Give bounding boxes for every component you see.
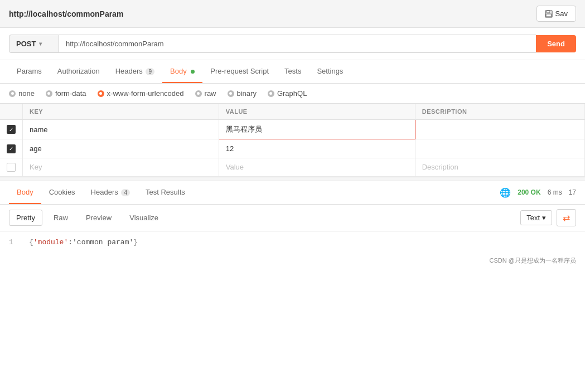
col-key: KEY (23, 104, 219, 120)
response-time: 6 ms (548, 188, 562, 196)
table-row: ✓ name 黑马程序员 (0, 120, 585, 139)
dropdown-chevron-icon: ▾ (542, 214, 546, 222)
row2-value[interactable]: 12 (219, 139, 415, 158)
headers-badge: 9 (146, 68, 154, 75)
tab-body[interactable]: Body (162, 60, 202, 83)
radio-form-data-circle (46, 90, 52, 97)
radio-binary-circle (228, 90, 234, 97)
row1-value[interactable]: 黑马程序员 (219, 120, 415, 139)
radio-raw-circle (195, 90, 202, 97)
url-input[interactable] (59, 35, 536, 53)
tab-authorization[interactable]: Authorization (50, 60, 108, 83)
resp-tab-cookies[interactable]: Cookies (41, 181, 83, 204)
wrap-button[interactable]: ⇄ (557, 209, 576, 226)
format-type-dropdown[interactable]: Text ▾ (520, 210, 552, 225)
tab-headers[interactable]: Headers 9 (108, 60, 162, 83)
tab-settings[interactable]: Settings (309, 60, 351, 83)
save-button[interactable]: Sav (536, 6, 576, 22)
method-select[interactable]: POST ▾ (9, 35, 59, 53)
top-bar: http://localhost/commonParam Sav (0, 0, 585, 28)
row2-key[interactable]: age (23, 139, 219, 158)
params-table: KEY VALUE DESCRIPTION ✓ name 黑马程序员 (0, 104, 585, 177)
placeholder-checkbox[interactable] (7, 163, 16, 172)
resp-tab-body[interactable]: Body (9, 181, 41, 204)
body-options: none form-data x-www-form-urlencoded raw… (0, 84, 585, 104)
watermark: CSDN @只是想成为一名程序员 (0, 253, 585, 268)
col-description: DESCRIPTION (415, 104, 584, 120)
row1-description[interactable] (415, 120, 584, 139)
tab-params[interactable]: Params (9, 60, 50, 83)
method-label: POST (16, 40, 36, 48)
radio-graphql-circle (268, 90, 274, 97)
tab-pre-request[interactable]: Pre-request Script (202, 60, 277, 83)
svg-rect-2 (546, 14, 552, 17)
request-bar: POST ▾ Send (0, 28, 585, 60)
radio-graphql[interactable]: GraphQL (268, 89, 307, 98)
line-number: 1 (9, 238, 20, 246)
row2-description[interactable] (415, 139, 584, 158)
radio-urlencoded[interactable]: x-www-form-urlencoded (98, 89, 184, 98)
response-meta: 🌐 200 OK 6 ms 17 (500, 187, 576, 198)
row1-checkbox[interactable]: ✓ (7, 125, 16, 134)
response-tabs-bar: Body Cookies Headers 4 Test Results 🌐 20… (0, 181, 585, 205)
table-row-placeholder: Key Value Description (0, 158, 585, 176)
resp-tab-test-results[interactable]: Test Results (138, 181, 193, 204)
response-tabs: Body Cookies Headers 4 Test Results (9, 181, 193, 204)
globe-icon: 🌐 (500, 187, 511, 198)
response-body: 1 {'module':'common param'} (0, 231, 585, 253)
format-raw[interactable]: Raw (47, 210, 75, 225)
radio-raw[interactable]: raw (195, 89, 216, 98)
radio-binary[interactable]: binary (228, 89, 257, 98)
radio-urlencoded-circle (98, 90, 104, 97)
row2-checkbox-cell: ✓ (0, 139, 23, 158)
response-size: 17 (569, 188, 576, 196)
placeholder-key[interactable]: Key (23, 158, 219, 176)
col-value: VALUE (219, 104, 415, 120)
format-preview[interactable]: Preview (79, 210, 118, 225)
col-checkbox (0, 104, 23, 120)
format-pretty[interactable]: Pretty (9, 210, 42, 226)
svg-rect-1 (547, 11, 550, 13)
response-code-line: {'module':'common param'} (29, 238, 138, 246)
resp-headers-badge: 4 (121, 189, 130, 196)
placeholder-checkbox-cell (0, 158, 23, 176)
top-url: http://localhost/commonParam (9, 9, 123, 18)
section-divider (0, 177, 585, 181)
row1-checkbox-cell: ✓ (0, 120, 23, 139)
body-active-dot (191, 70, 195, 74)
radio-none[interactable]: none (9, 89, 35, 98)
request-tabs-bar: Params Authorization Headers 9 Body Pre-… (0, 60, 585, 84)
radio-form-data[interactable]: form-data (46, 89, 86, 98)
table-row: ✓ age 12 (0, 139, 585, 158)
method-dropdown-icon: ▾ (39, 41, 42, 47)
row2-checkbox[interactable]: ✓ (7, 144, 16, 153)
status-code: 200 OK (518, 188, 540, 196)
row1-key[interactable]: name (23, 120, 219, 139)
placeholder-description[interactable]: Description (415, 158, 584, 176)
save-icon (545, 10, 553, 18)
send-button[interactable]: Send (536, 35, 576, 52)
format-visualize[interactable]: Visualize (123, 210, 165, 225)
placeholder-value[interactable]: Value (219, 158, 415, 176)
radio-none-circle (9, 90, 16, 97)
resp-tab-headers[interactable]: Headers 4 (83, 181, 138, 204)
tab-tests[interactable]: Tests (277, 60, 309, 83)
format-bar: Pretty Raw Preview Visualize Text ▾ ⇄ (0, 205, 585, 231)
